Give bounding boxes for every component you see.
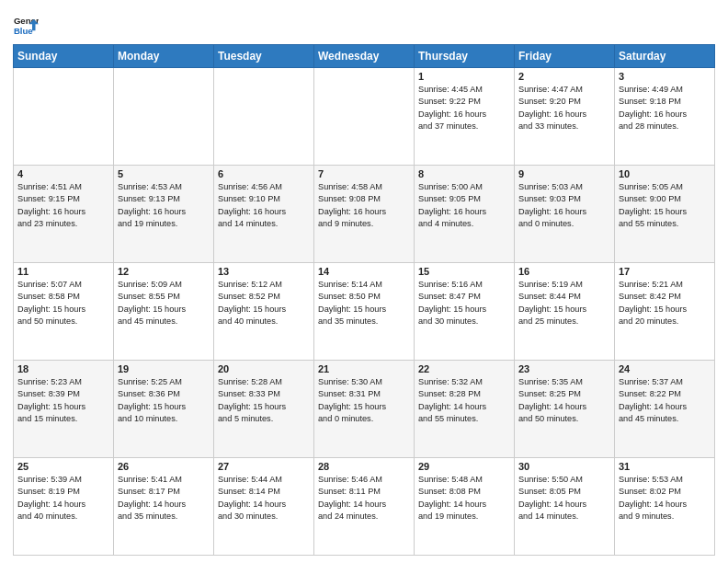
day-cell: 26Sunrise: 5:41 AM Sunset: 8:17 PM Dayli… <box>114 458 214 556</box>
day-info: Sunrise: 4:56 AM Sunset: 9:10 PM Dayligh… <box>218 181 310 230</box>
day-cell: 2Sunrise: 4:47 AM Sunset: 9:20 PM Daylig… <box>515 68 615 166</box>
day-info: Sunrise: 4:53 AM Sunset: 9:13 PM Dayligh… <box>118 181 210 230</box>
day-number: 13 <box>218 266 310 277</box>
day-number: 3 <box>619 71 711 82</box>
day-info: Sunrise: 5:05 AM Sunset: 9:00 PM Dayligh… <box>619 181 711 230</box>
day-number: 30 <box>518 461 610 472</box>
day-number: 16 <box>518 266 610 277</box>
week-row-2: 4Sunrise: 4:51 AM Sunset: 9:15 PM Daylig… <box>14 166 715 263</box>
weekday-header-saturday: Saturday <box>615 45 715 68</box>
day-number: 29 <box>418 461 510 472</box>
header: General Blue <box>13 9 715 39</box>
day-cell: 3Sunrise: 4:49 AM Sunset: 9:18 PM Daylig… <box>615 68 715 166</box>
day-number: 20 <box>218 363 310 374</box>
day-cell: 22Sunrise: 5:32 AM Sunset: 8:28 PM Dayli… <box>415 361 515 458</box>
day-info: Sunrise: 5:16 AM Sunset: 8:47 PM Dayligh… <box>418 279 510 327</box>
day-cell: 1Sunrise: 4:45 AM Sunset: 9:22 PM Daylig… <box>415 68 515 166</box>
day-info: Sunrise: 4:51 AM Sunset: 9:15 PM Dayligh… <box>17 181 109 230</box>
day-info: Sunrise: 5:39 AM Sunset: 8:19 PM Dayligh… <box>17 474 109 523</box>
day-number: 7 <box>318 168 410 179</box>
day-info: Sunrise: 5:07 AM Sunset: 8:58 PM Dayligh… <box>17 279 109 327</box>
weekday-header-sunday: Sunday <box>14 45 114 68</box>
day-number: 4 <box>17 168 109 179</box>
day-number: 14 <box>318 266 410 277</box>
day-cell: 19Sunrise: 5:25 AM Sunset: 8:36 PM Dayli… <box>114 361 214 458</box>
day-cell: 28Sunrise: 5:46 AM Sunset: 8:11 PM Dayli… <box>314 458 415 556</box>
day-info: Sunrise: 5:50 AM Sunset: 8:05 PM Dayligh… <box>518 474 610 523</box>
day-cell: 12Sunrise: 5:09 AM Sunset: 8:55 PM Dayli… <box>114 263 214 361</box>
day-info: Sunrise: 5:23 AM Sunset: 8:39 PM Dayligh… <box>17 376 109 425</box>
day-number: 10 <box>619 168 711 179</box>
week-row-3: 11Sunrise: 5:07 AM Sunset: 8:58 PM Dayli… <box>14 263 715 361</box>
day-info: Sunrise: 4:47 AM Sunset: 9:20 PM Dayligh… <box>518 84 610 132</box>
day-info: Sunrise: 5:35 AM Sunset: 8:25 PM Dayligh… <box>518 376 610 425</box>
day-number: 23 <box>518 363 610 374</box>
day-info: Sunrise: 5:41 AM Sunset: 8:17 PM Dayligh… <box>118 474 210 523</box>
weekday-header-row: SundayMondayTuesdayWednesdayThursdayFrid… <box>14 45 715 68</box>
day-info: Sunrise: 5:46 AM Sunset: 8:11 PM Dayligh… <box>318 474 410 523</box>
day-number: 2 <box>518 71 610 82</box>
day-info: Sunrise: 4:49 AM Sunset: 9:18 PM Dayligh… <box>619 84 711 132</box>
day-cell: 16Sunrise: 5:19 AM Sunset: 8:44 PM Dayli… <box>515 263 615 361</box>
day-number: 19 <box>118 363 210 374</box>
day-info: Sunrise: 5:30 AM Sunset: 8:31 PM Dayligh… <box>318 376 410 425</box>
day-number: 15 <box>418 266 510 277</box>
calendar-table: SundayMondayTuesdayWednesdayThursdayFrid… <box>13 44 715 556</box>
day-info: Sunrise: 5:32 AM Sunset: 8:28 PM Dayligh… <box>418 376 510 425</box>
day-cell: 11Sunrise: 5:07 AM Sunset: 8:58 PM Dayli… <box>14 263 114 361</box>
weekday-header-wednesday: Wednesday <box>314 45 415 68</box>
day-cell <box>14 68 114 166</box>
day-info: Sunrise: 5:25 AM Sunset: 8:36 PM Dayligh… <box>118 376 210 425</box>
day-cell: 25Sunrise: 5:39 AM Sunset: 8:19 PM Dayli… <box>14 458 114 556</box>
day-cell <box>214 68 314 166</box>
day-number: 17 <box>619 266 711 277</box>
day-cell: 8Sunrise: 5:00 AM Sunset: 9:05 PM Daylig… <box>415 166 515 263</box>
day-number: 18 <box>17 363 109 374</box>
weekday-header-friday: Friday <box>515 45 615 68</box>
day-number: 9 <box>518 168 610 179</box>
week-row-5: 25Sunrise: 5:39 AM Sunset: 8:19 PM Dayli… <box>14 458 715 556</box>
day-number: 5 <box>118 168 210 179</box>
day-info: Sunrise: 5:12 AM Sunset: 8:52 PM Dayligh… <box>218 279 310 327</box>
day-number: 11 <box>17 266 109 277</box>
day-cell: 14Sunrise: 5:14 AM Sunset: 8:50 PM Dayli… <box>314 263 415 361</box>
day-cell: 4Sunrise: 4:51 AM Sunset: 9:15 PM Daylig… <box>14 166 114 263</box>
day-info: Sunrise: 5:37 AM Sunset: 8:22 PM Dayligh… <box>619 376 711 425</box>
day-number: 25 <box>17 461 109 472</box>
day-cell <box>114 68 214 166</box>
day-cell: 10Sunrise: 5:05 AM Sunset: 9:00 PM Dayli… <box>615 166 715 263</box>
day-cell: 17Sunrise: 5:21 AM Sunset: 8:42 PM Dayli… <box>615 263 715 361</box>
day-info: Sunrise: 5:14 AM Sunset: 8:50 PM Dayligh… <box>318 279 410 327</box>
day-info: Sunrise: 5:53 AM Sunset: 8:02 PM Dayligh… <box>619 474 711 523</box>
day-info: Sunrise: 5:19 AM Sunset: 8:44 PM Dayligh… <box>518 279 610 327</box>
day-number: 31 <box>619 461 711 472</box>
day-cell: 24Sunrise: 5:37 AM Sunset: 8:22 PM Dayli… <box>615 361 715 458</box>
day-info: Sunrise: 5:28 AM Sunset: 8:33 PM Dayligh… <box>218 376 310 425</box>
day-info: Sunrise: 4:58 AM Sunset: 9:08 PM Dayligh… <box>318 181 410 230</box>
day-number: 6 <box>218 168 310 179</box>
day-cell: 18Sunrise: 5:23 AM Sunset: 8:39 PM Dayli… <box>14 361 114 458</box>
day-info: Sunrise: 5:00 AM Sunset: 9:05 PM Dayligh… <box>418 181 510 230</box>
day-number: 28 <box>318 461 410 472</box>
day-cell: 27Sunrise: 5:44 AM Sunset: 8:14 PM Dayli… <box>214 458 314 556</box>
day-number: 8 <box>418 168 510 179</box>
day-info: Sunrise: 5:03 AM Sunset: 9:03 PM Dayligh… <box>518 181 610 230</box>
day-cell: 9Sunrise: 5:03 AM Sunset: 9:03 PM Daylig… <box>515 166 615 263</box>
week-row-1: 1Sunrise: 4:45 AM Sunset: 9:22 PM Daylig… <box>14 68 715 166</box>
day-number: 24 <box>619 363 711 374</box>
weekday-header-thursday: Thursday <box>415 45 515 68</box>
day-info: Sunrise: 5:48 AM Sunset: 8:08 PM Dayligh… <box>418 474 510 523</box>
logo-icon: General Blue <box>13 13 39 39</box>
svg-text:Blue: Blue <box>14 26 33 36</box>
day-cell: 15Sunrise: 5:16 AM Sunset: 8:47 PM Dayli… <box>415 263 515 361</box>
day-cell: 30Sunrise: 5:50 AM Sunset: 8:05 PM Dayli… <box>515 458 615 556</box>
day-cell <box>314 68 415 166</box>
logo: General Blue <box>13 13 39 39</box>
day-number: 27 <box>218 461 310 472</box>
day-number: 21 <box>318 363 410 374</box>
day-cell: 20Sunrise: 5:28 AM Sunset: 8:33 PM Dayli… <box>214 361 314 458</box>
day-info: Sunrise: 5:09 AM Sunset: 8:55 PM Dayligh… <box>118 279 210 327</box>
day-cell: 21Sunrise: 5:30 AM Sunset: 8:31 PM Dayli… <box>314 361 415 458</box>
page: General Blue SundayMondayTuesdayWednesda… <box>0 0 728 563</box>
day-cell: 5Sunrise: 4:53 AM Sunset: 9:13 PM Daylig… <box>114 166 214 263</box>
